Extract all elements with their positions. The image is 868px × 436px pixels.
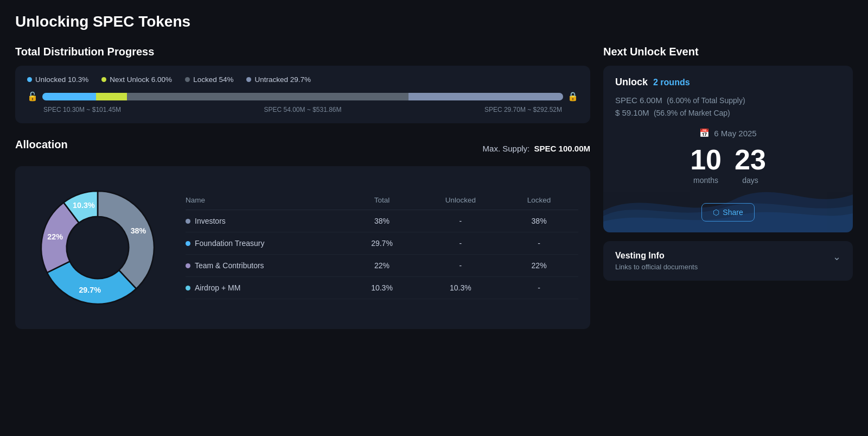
max-supply: Max. Supply: SPEC 100.00M [483,144,590,153]
table-body: Investors 38% - 38% Foundation Treasury … [186,210,578,299]
alloc-unlocked: - [421,261,500,270]
lock-right-icon: 🔒 [567,91,578,102]
spec-amount: SPEC 6.00M [615,96,662,105]
legend-item: Next Unlock 6.00% [101,75,172,84]
donut-segment-label: 22% [47,232,63,241]
alloc-total: 38% [343,217,422,225]
progress-labels: SPEC 10.30M ~ $101.45MSPEC 54.00M ~ $531… [27,106,578,113]
progress-segment [42,93,96,100]
legend-item: Locked 54% [185,75,233,84]
table-header: NameTotalUnlockedLocked [186,196,578,210]
rounds-badge: 2 rounds [653,78,690,87]
unlock-usd: $ 59.10M (56.9% of Market Cap) [615,108,841,117]
unlock-date: 6 May 2025 [714,129,756,138]
alloc-locked: 38% [500,217,578,225]
donut-segment-label: 10.3% [73,201,95,210]
legend-row: Unlocked 10.3%Next Unlock 6.00%Locked 54… [27,75,578,84]
donut-svg: 38%29.7%22%10.3% [27,177,168,318]
alloc-name-text: Foundation Treasury [195,239,264,248]
donut-chart: 38%29.7%22%10.3% [27,177,168,318]
usd-amount: $ 59.10M [615,108,649,117]
countdown-section: 📅 6 May 2025 10 months 23 days ⬡ [615,128,841,222]
alloc-unlocked: - [421,239,500,248]
next-unlock-card: Unlock 2 rounds SPEC 6.00M (6.00% of Tot… [603,66,853,232]
next-unlock-title: Next Unlock Event [603,46,853,58]
vesting-card[interactable]: Vesting Info Links to official documents… [603,241,853,281]
progress-track [42,93,563,100]
alloc-locked: - [500,239,578,248]
alloc-dot [186,241,190,246]
table-column-header: Name [186,196,343,204]
countdown-row: 10 months 23 days [615,146,841,185]
right-column: Next Unlock Event Unlock 2 rounds SPEC 6… [603,46,853,329]
vesting-subtitle: Links to official documents [615,263,698,271]
allocation-card: 38%29.7%22%10.3% NameTotalUnlockedLocked… [15,166,590,329]
max-supply-label: Max. Supply: [483,144,530,153]
share-button[interactable]: ⬡ Share [701,203,754,222]
alloc-dot [186,263,190,268]
unlock-label: Unlock [615,77,648,88]
progress-segment [127,93,408,100]
spec-pct: (6.00% of Total Supply) [667,96,745,105]
donut-center [68,218,127,277]
legend-label: Locked 54% [193,75,233,84]
alloc-name: Foundation Treasury [186,239,343,248]
alloc-name-text: Investors [195,217,226,225]
share-label: Share [723,208,743,217]
table-column-header: Total [343,196,422,204]
legend-dot [27,77,32,82]
share-icon: ⬡ [713,208,719,217]
legend-dot [185,77,190,82]
unlock-title-row: Unlock 2 rounds [615,77,841,88]
months-label: months [690,176,722,185]
legend-item: Untracked 29.7% [246,75,311,84]
allocation-header: Allocation Max. Supply: SPEC 100.00M [15,138,590,159]
table-column-header: Locked [500,196,578,204]
alloc-name: Airdrop + MM [186,283,343,292]
legend-dot [246,77,251,82]
max-supply-value: SPEC 100.00M [534,144,590,153]
legend-item: Unlocked 10.3% [27,75,88,84]
table-row: Investors 38% - 38% [186,210,578,232]
alloc-locked: 22% [500,261,578,270]
progress-label: SPEC 29.70M ~ $292.52M [484,106,562,113]
table-row: Airdrop + MM 10.3% 10.3% - [186,277,578,299]
alloc-name-text: Airdrop + MM [195,283,240,292]
progress-bar-container: 🔓 🔒 [27,91,578,102]
usd-pct: (56.9% of Market Cap) [654,109,730,117]
progress-segment [96,93,127,100]
alloc-dot [186,219,190,224]
table-row: Foundation Treasury 29.7% - - [186,232,578,255]
alloc-locked: - [500,283,578,292]
unlock-date-row: 📅 6 May 2025 [615,128,841,138]
allocation-table: NameTotalUnlockedLocked Investors 38% - … [186,196,578,299]
progress-label: SPEC 10.30M ~ $101.45M [43,106,121,113]
page-title: Unlocking SPEC Tokens [15,13,853,30]
alloc-name: Investors [186,217,343,225]
unlock-spec: SPEC 6.00M (6.00% of Total Supply) [615,96,841,105]
progress-segment [409,93,563,100]
lock-left-icon: 🔓 [27,91,38,102]
legend-label: Untracked 29.7% [254,75,311,84]
main-layout: Total Distribution Progress Unlocked 10.… [15,46,853,329]
calendar-icon: 📅 [699,128,710,138]
donut-segment-label: 38% [131,226,146,235]
alloc-unlocked: 10.3% [421,283,500,292]
allocation-title: Allocation [15,138,68,151]
alloc-total: 10.3% [343,283,422,292]
chevron-down-icon: ⌄ [833,251,841,263]
alloc-dot [186,286,190,290]
days-number: 23 [735,146,766,174]
days-countdown: 23 days [735,146,766,185]
legend-dot [101,77,106,82]
alloc-name-text: Team & Contributors [195,261,264,270]
alloc-name: Team & Contributors [186,261,343,270]
donut-segment-label: 29.7% [79,286,101,294]
alloc-total: 29.7% [343,239,422,248]
distribution-title: Total Distribution Progress [15,46,590,58]
vesting-text: Vesting Info Links to official documents [615,251,698,271]
legend-label: Unlocked 10.3% [35,75,88,84]
legend-label: Next Unlock 6.00% [110,75,172,84]
progress-label: SPEC 54.00M ~ $531.86M [264,106,341,113]
alloc-unlocked: - [421,217,500,225]
